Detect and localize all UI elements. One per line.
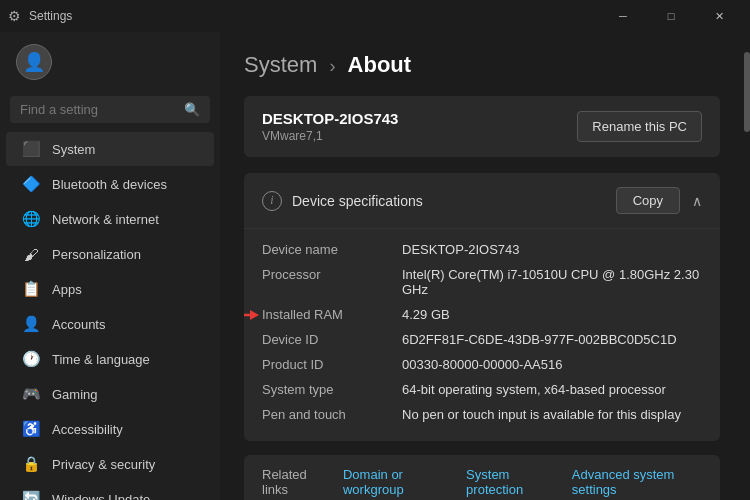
device-specs-card: i Device specifications Copy ∧ Device na…: [244, 173, 720, 441]
avatar[interactable]: 👤: [16, 44, 52, 80]
sidebar-item-update[interactable]: 🔄 Windows Update: [6, 482, 214, 500]
system-icon: ⬛: [22, 140, 40, 158]
related-link-advanced[interactable]: Advanced system settings: [572, 467, 702, 497]
avatar-icon: 👤: [23, 51, 45, 73]
related-links-row: Related links Domain or workgroupSystem …: [244, 455, 720, 500]
spec-value: 6D2FF81F-C6DE-43DB-977F-002BBC0D5C1D: [402, 332, 702, 347]
device-specs-chevron[interactable]: ∧: [692, 193, 702, 209]
spec-row: Pen and touch No pen or touch input is a…: [262, 402, 702, 427]
device-specs-title: Device specifications: [292, 193, 423, 209]
pc-name: DESKTOP-2IOS743: [262, 110, 398, 127]
spec-row: System type 64-bit operating system, x64…: [262, 377, 702, 402]
main-content: System › About DESKTOP-2IOS743 VMware7,1…: [220, 32, 744, 500]
sidebar-item-accessibility[interactable]: ♿ Accessibility: [6, 412, 214, 446]
search-icon: 🔍: [184, 102, 200, 117]
related-label: Related links: [262, 467, 327, 497]
time-icon: 🕐: [22, 350, 40, 368]
sidebar-item-network[interactable]: 🌐 Network & internet: [6, 202, 214, 236]
sidebar-item-apps[interactable]: 📋 Apps: [6, 272, 214, 306]
breadcrumb-parent: System: [244, 52, 317, 77]
breadcrumb: System › About: [244, 52, 720, 78]
device-specs-table: Device name DESKTOP-2IOS743 Processor In…: [244, 229, 720, 441]
scrollbar-thumb[interactable]: [744, 52, 750, 132]
spec-value: 4.29 GB: [402, 307, 702, 322]
pc-card: DESKTOP-2IOS743 VMware7,1 Rename this PC: [244, 96, 720, 157]
spec-label: Pen and touch: [262, 407, 402, 422]
spec-row: Device name DESKTOP-2IOS743: [262, 237, 702, 262]
sidebar-item-label-network: Network & internet: [52, 212, 159, 227]
sidebar-item-label-personalization: Personalization: [52, 247, 141, 262]
sidebar-item-label-apps: Apps: [52, 282, 82, 297]
sidebar-item-accounts[interactable]: 👤 Accounts: [6, 307, 214, 341]
accessibility-icon: ♿: [22, 420, 40, 438]
search-input[interactable]: [20, 102, 176, 117]
settings-icon: ⚙: [8, 8, 21, 24]
breadcrumb-current: About: [348, 52, 412, 77]
spec-row: Device ID 6D2FF81F-C6DE-43DB-977F-002BBC…: [262, 327, 702, 352]
titlebar-controls: ─ □ ✕: [600, 0, 742, 32]
update-icon: 🔄: [22, 490, 40, 500]
sidebar-item-system[interactable]: ⬛ System: [6, 132, 214, 166]
spec-label: Device name: [262, 242, 402, 257]
related-link-domain[interactable]: Domain or workgroup: [343, 467, 450, 497]
sidebar-item-bluetooth[interactable]: 🔷 Bluetooth & devices: [6, 167, 214, 201]
app-body: 👤 🔍 ⬛ System 🔷 Bluetooth & devices 🌐 Net…: [0, 32, 750, 500]
sidebar-header: 👤: [0, 32, 220, 92]
sidebar-item-label-system: System: [52, 142, 95, 157]
titlebar: ⚙ Settings ─ □ ✕: [0, 0, 750, 32]
sidebar-item-label-privacy: Privacy & security: [52, 457, 155, 472]
network-icon: 🌐: [22, 210, 40, 228]
gaming-icon: 🎮: [22, 385, 40, 403]
sidebar-item-label-update: Windows Update: [52, 492, 150, 501]
spec-value: DESKTOP-2IOS743: [402, 242, 702, 257]
pc-sub: VMware7,1: [262, 129, 398, 143]
svg-marker-1: [250, 310, 259, 320]
device-specs-header-right: Copy ∧: [616, 187, 702, 214]
device-specs-copy-button[interactable]: Copy: [616, 187, 680, 214]
personalization-icon: 🖌: [22, 245, 40, 263]
related-links-list: Domain or workgroupSystem protectionAdva…: [343, 467, 702, 497]
spec-label: Device ID: [262, 332, 402, 347]
scrollbar-track[interactable]: [744, 32, 750, 500]
minimize-button[interactable]: ─: [600, 0, 646, 32]
pc-info: DESKTOP-2IOS743 VMware7,1: [262, 110, 398, 143]
sidebar-item-personalization[interactable]: 🖌 Personalization: [6, 237, 214, 271]
spec-label: Processor: [262, 267, 402, 297]
spec-label: Product ID: [262, 357, 402, 372]
sidebar-item-time[interactable]: 🕐 Time & language: [6, 342, 214, 376]
info-icon: i: [262, 191, 282, 211]
spec-row: Product ID 00330-80000-00000-AA516: [262, 352, 702, 377]
sidebar-item-label-gaming: Gaming: [52, 387, 98, 402]
spec-label: Installed RAM: [262, 307, 402, 322]
sidebar: 👤 🔍 ⬛ System 🔷 Bluetooth & devices 🌐 Net…: [0, 32, 220, 500]
bluetooth-icon: 🔷: [22, 175, 40, 193]
privacy-icon: 🔒: [22, 455, 40, 473]
maximize-button[interactable]: □: [648, 0, 694, 32]
spec-value: No pen or touch input is available for t…: [402, 407, 702, 422]
spec-value: Intel(R) Core(TM) i7-10510U CPU @ 1.80GH…: [402, 267, 702, 297]
sidebar-item-privacy[interactable]: 🔒 Privacy & security: [6, 447, 214, 481]
sidebar-item-gaming[interactable]: 🎮 Gaming: [6, 377, 214, 411]
spec-value: 64-bit operating system, x64-based proce…: [402, 382, 702, 397]
spec-label: System type: [262, 382, 402, 397]
rename-pc-button[interactable]: Rename this PC: [577, 111, 702, 142]
apps-icon: 📋: [22, 280, 40, 298]
spec-value: 00330-80000-00000-AA516: [402, 357, 702, 372]
sidebar-item-label-time: Time & language: [52, 352, 150, 367]
close-button[interactable]: ✕: [696, 0, 742, 32]
sidebar-item-label-accessibility: Accessibility: [52, 422, 123, 437]
device-specs-header: i Device specifications Copy ∧: [244, 173, 720, 229]
device-specs-header-left: i Device specifications: [262, 191, 423, 211]
spec-row: Installed RAM 4.29 GB: [262, 302, 702, 327]
breadcrumb-separator: ›: [329, 56, 335, 76]
search-box[interactable]: 🔍: [10, 96, 210, 123]
sidebar-item-label-bluetooth: Bluetooth & devices: [52, 177, 167, 192]
nav-list: ⬛ System 🔷 Bluetooth & devices 🌐 Network…: [0, 131, 220, 500]
related-link-protection[interactable]: System protection: [466, 467, 556, 497]
spec-row: Processor Intel(R) Core(TM) i7-10510U CP…: [262, 262, 702, 302]
sidebar-item-label-accounts: Accounts: [52, 317, 105, 332]
titlebar-left: ⚙ Settings: [8, 8, 72, 24]
titlebar-title: Settings: [29, 9, 72, 23]
accounts-icon: 👤: [22, 315, 40, 333]
